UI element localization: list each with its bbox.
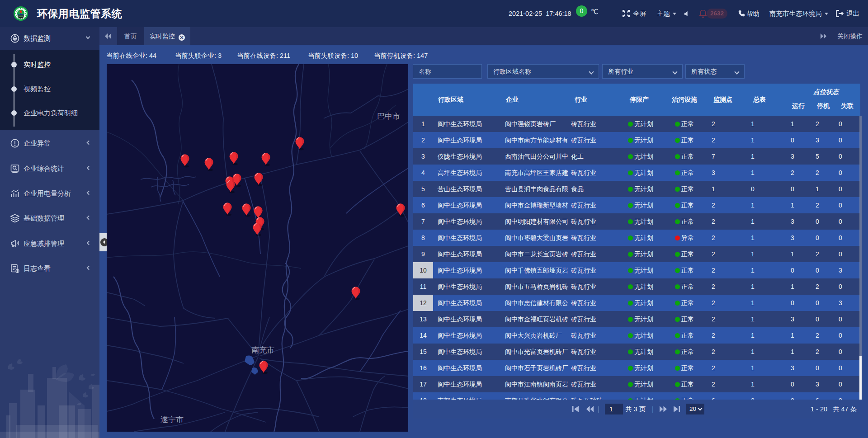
svg-text:南充市: 南充市 (251, 346, 274, 354)
svg-text:遂宁市: 遂宁市 (160, 415, 184, 424)
svg-text:巴中市: 巴中市 (377, 112, 400, 121)
